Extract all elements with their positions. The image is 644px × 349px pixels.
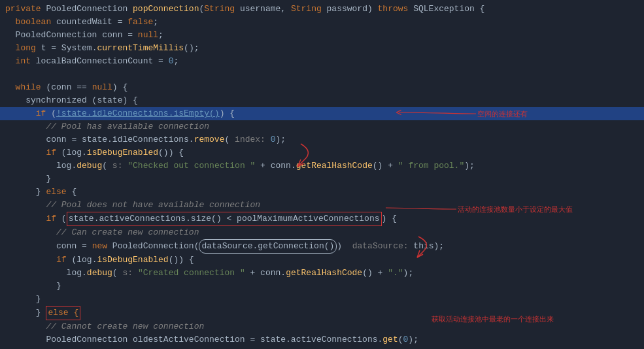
code-line-23: }: [0, 293, 644, 306]
code-line-25: // Cannot create new connection: [0, 320, 644, 333]
code-line-9: if (!state.idleConnections.isEmpty()) { …: [0, 107, 644, 120]
code-line-3: PooledConnection conn = null;: [0, 29, 644, 42]
code-line-5: int localBadConnectionCount = 0;: [0, 55, 644, 68]
code-line-26: PooledConnection oldestActiveConnection …: [0, 333, 644, 346]
code-line-4: long t = System.currentTimeMillis();: [0, 42, 644, 55]
code-line-8: synchronized (state) {: [0, 94, 644, 107]
code-line-19: conn = new PooledConnection(dataSource.g…: [0, 239, 644, 254]
code-line-7: while (conn == null) {: [0, 81, 644, 94]
else-keyword-box: else {: [46, 306, 80, 320]
code-line-21: log.debug( s: "Created connection " + co…: [0, 267, 644, 280]
code-line-13: log.debug( s: "Checked out connection " …: [0, 159, 644, 173]
code-line-22: }: [0, 280, 644, 293]
code-editor: private PooledConnection popConnection(S…: [0, 0, 644, 349]
code-line-17: if (state.activeConnections.size() < poo…: [0, 212, 644, 226]
code-line-6: [0, 68, 644, 81]
code-line-2: boolean countedWait = false;: [0, 16, 644, 29]
code-line-24: } else {: [0, 306, 644, 320]
code-line-14: }: [0, 173, 644, 186]
code-line-11: conn = state.idleConnections.remove( ind…: [0, 133, 644, 146]
code-line-27: long longestCheckoutTime = oldestActiveC…: [0, 346, 644, 349]
keyword-private: private: [5, 3, 46, 16]
code-line-1: private PooledConnection popConnection(S…: [0, 3, 644, 16]
condition-active-connections: state.activeConnections.size() < poolMax…: [67, 212, 382, 226]
code-line-10: // Pool has available connection: [0, 120, 644, 133]
code-line-16: // Pool does not have available connecti…: [0, 199, 644, 212]
datasource-get-connection: dataSource.getConnection(): [199, 239, 337, 254]
code-line-18: // Can create new connection: [0, 226, 644, 239]
code-line-15: } else {: [0, 186, 644, 199]
code-line-12: if (log.isDebugEnabled()) {: [0, 146, 644, 159]
code-line-20: if (log.isDebugEnabled()) {: [0, 254, 644, 267]
